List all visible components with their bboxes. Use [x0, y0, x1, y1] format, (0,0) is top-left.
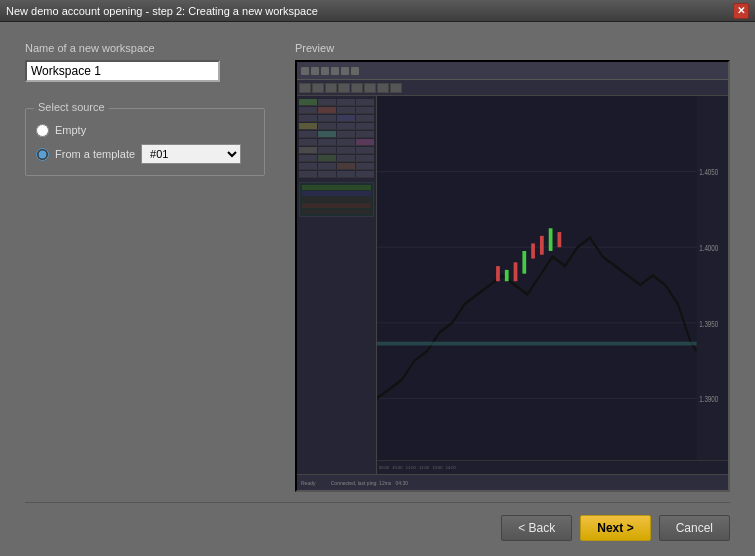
empty-label[interactable]: Empty	[55, 124, 86, 136]
menu-item	[341, 67, 349, 75]
left-panel: Name of a new workspace Select source Em…	[25, 42, 265, 492]
chart-toolbar	[297, 80, 728, 96]
svg-text:1.4050: 1.4050	[699, 167, 719, 178]
menu-item	[331, 67, 339, 75]
svg-rect-8	[522, 251, 526, 274]
workspace-name-input[interactable]	[25, 60, 220, 82]
data-row	[299, 146, 374, 154]
svg-rect-11	[549, 228, 553, 251]
menu-item	[321, 67, 329, 75]
window-title: New demo account opening - step 2: Creat…	[6, 5, 318, 17]
toolbar-button	[338, 83, 350, 93]
svg-text:1.3950: 1.3950	[699, 318, 719, 329]
svg-rect-12	[558, 232, 562, 247]
source-groupbox: Select source Empty From a template #01 …	[25, 108, 265, 176]
title-bar: New demo account opening - step 2: Creat…	[0, 0, 755, 22]
content-area: Name of a new workspace Select source Em…	[0, 22, 755, 556]
preview-label: Preview	[295, 42, 730, 54]
menu-item	[351, 67, 359, 75]
menu-item	[301, 67, 309, 75]
data-row	[299, 130, 374, 138]
data-row	[299, 106, 374, 114]
chart-header	[297, 62, 728, 80]
chart-data-panel	[297, 96, 377, 474]
data-row	[299, 162, 374, 170]
preview-box: 1.4050 1.4000 1.3950 1.3900 09:00 10:00 …	[295, 60, 730, 492]
chart-status-bar: Ready Connected, last ping: 12ms 04:30	[297, 474, 728, 490]
svg-rect-10	[540, 236, 544, 255]
toolbar-button	[364, 83, 376, 93]
name-label: Name of a new workspace	[25, 42, 265, 54]
chart-body: 1.4050 1.4000 1.3950 1.3900 09:00 10:00 …	[297, 96, 728, 474]
toolbar-button	[312, 83, 324, 93]
svg-rect-6	[505, 270, 509, 281]
next-button[interactable]: Next >	[580, 515, 650, 541]
svg-text:1.3900: 1.3900	[699, 394, 719, 405]
data-row	[299, 98, 374, 106]
svg-rect-7	[514, 262, 518, 281]
toolbar-button	[390, 83, 402, 93]
status-text: Ready Connected, last ping: 12ms 04:30	[301, 480, 408, 486]
empty-radio-row: Empty	[36, 119, 254, 141]
data-row	[299, 114, 374, 122]
toolbar-button	[325, 83, 337, 93]
data-row	[299, 122, 374, 130]
main-window: New demo account opening - step 2: Creat…	[0, 0, 755, 556]
cancel-button[interactable]: Cancel	[659, 515, 730, 541]
svg-rect-9	[531, 243, 535, 258]
name-field-group: Name of a new workspace	[25, 42, 265, 82]
template-select[interactable]: #01 #02 #03	[141, 144, 241, 164]
right-panel: Preview	[295, 42, 730, 492]
menu-item	[311, 67, 319, 75]
toolbar-button	[377, 83, 389, 93]
data-row	[299, 170, 374, 178]
svg-rect-13	[697, 96, 728, 474]
empty-radio[interactable]	[36, 124, 49, 137]
back-button[interactable]: < Back	[501, 515, 572, 541]
template-radio[interactable]	[36, 148, 49, 161]
toolbar-button	[351, 83, 363, 93]
template-radio-row: From a template #01 #02 #03	[36, 143, 254, 165]
template-label[interactable]: From a template	[55, 148, 135, 160]
price-chart-svg: 1.4050 1.4000 1.3950 1.3900	[377, 96, 728, 474]
toolbar-button	[299, 83, 311, 93]
svg-rect-5	[496, 266, 500, 281]
chart-main-area: 1.4050 1.4000 1.3950 1.3900 09:00 10:00 …	[377, 96, 728, 474]
footer: < Back Next > Cancel	[25, 502, 730, 541]
source-group-label: Select source	[34, 101, 109, 113]
main-row: Name of a new workspace Select source Em…	[25, 42, 730, 492]
chart-sim: 1.4050 1.4000 1.3950 1.3900 09:00 10:00 …	[297, 62, 728, 490]
close-button[interactable]: ✕	[733, 3, 749, 19]
svg-rect-4	[377, 342, 728, 346]
svg-text:1.4000: 1.4000	[699, 243, 719, 254]
data-row	[299, 154, 374, 162]
data-row	[299, 138, 374, 146]
